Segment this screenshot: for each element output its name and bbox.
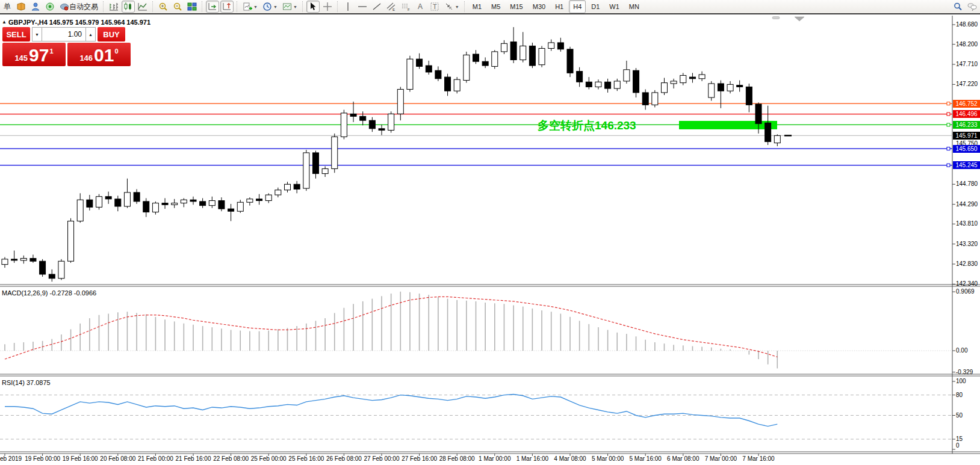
sell-price-button[interactable]: 145 97 1 xyxy=(2,43,66,66)
toolbar-separator xyxy=(103,1,104,12)
timeframe-w1[interactable]: W1 xyxy=(605,0,624,13)
time-label: 7 Mar 16:00 xyxy=(734,455,783,462)
new-order-label: 单 xyxy=(4,2,11,12)
bar-chart-icon[interactable] xyxy=(107,1,120,13)
chevron-down-icon: ▼ xyxy=(253,5,258,9)
chart-shift-icon[interactable] xyxy=(220,1,234,13)
trendline-icon[interactable] xyxy=(370,1,383,13)
crosshair-icon[interactable] xyxy=(321,1,334,13)
price-tick-label: 148.680 xyxy=(956,21,980,28)
arrows-button[interactable]: ▼ xyxy=(442,1,461,13)
templates-button[interactable]: ▼ xyxy=(281,1,299,13)
sell-button[interactable]: SELL xyxy=(2,27,30,42)
zoom-in-icon[interactable] xyxy=(157,1,170,13)
svg-text:T: T xyxy=(433,3,437,10)
price-line-badge: 146.752 xyxy=(953,100,980,108)
tile-windows-icon[interactable] xyxy=(185,1,199,13)
timeframe-h4[interactable]: H4 xyxy=(569,0,586,13)
price-tick-label: 142.830 xyxy=(956,260,980,267)
timeframe-m15[interactable]: M15 xyxy=(506,0,527,13)
chevron-down-icon: ▼ xyxy=(455,5,459,9)
rsi-scale-label: 100 xyxy=(956,378,980,384)
price-tick-label: 144.290 xyxy=(956,201,980,208)
text-icon[interactable]: A xyxy=(414,1,427,13)
volume-down-button[interactable]: ▼ xyxy=(32,27,42,42)
hline-handle[interactable] xyxy=(947,164,950,167)
svg-text:E: E xyxy=(392,8,395,11)
svg-text:F: F xyxy=(408,8,410,11)
search-icon[interactable] xyxy=(951,1,964,13)
panel-collapse-icon[interactable]: ▲ xyxy=(2,19,7,25)
chat-icon[interactable] xyxy=(966,1,979,13)
rsi-label: RSI(14) 37.0875 xyxy=(2,379,51,386)
toolbar-separator xyxy=(337,1,338,12)
price-tick-label: 144.780 xyxy=(956,180,980,187)
timeframe-m5[interactable]: M5 xyxy=(487,0,504,13)
toolbar-separator xyxy=(302,1,303,12)
autotrading-label: 自动交易 xyxy=(69,2,98,12)
volume-up-button[interactable]: ▲ xyxy=(85,27,96,42)
price-tick-label: 147.710 xyxy=(956,61,980,67)
equidistant-channel-icon[interactable]: E xyxy=(385,1,398,13)
toolbar-separator xyxy=(152,1,154,12)
candlestick-chart-icon[interactable] xyxy=(122,1,135,13)
buy-button[interactable]: BUY xyxy=(98,27,125,42)
price-line-badge: 145.650 xyxy=(953,145,980,153)
price-tick-label: 143.320 xyxy=(956,241,980,247)
sell-price-sup: 1 xyxy=(49,48,53,55)
chart-scrollbar-thumb[interactable] xyxy=(772,17,780,19)
hline-handle[interactable] xyxy=(947,112,950,115)
toolbar-separator xyxy=(464,1,465,12)
buy-price-small: 146 xyxy=(79,54,93,63)
chart-canvas[interactable] xyxy=(0,0,980,465)
text-label-icon[interactable]: T xyxy=(428,1,441,13)
rsi-scale-label: 0 xyxy=(956,442,980,449)
timeframe-mn[interactable]: MN xyxy=(625,0,644,13)
zoom-out-icon[interactable] xyxy=(171,1,184,13)
profile-icon[interactable] xyxy=(29,1,42,13)
chevron-down-icon: ▼ xyxy=(273,5,278,9)
history-book-icon[interactable] xyxy=(14,1,28,13)
rsi-scale-label: 50 xyxy=(956,412,980,419)
pivot-zone-rectangle[interactable] xyxy=(679,121,777,129)
periods-button[interactable]: ▼ xyxy=(261,1,279,13)
autotrading-button[interactable]: 自动交易 xyxy=(58,1,100,13)
macd-scale-label: 0.00 xyxy=(956,347,980,354)
pivot-annotation[interactable]: 多空转折点146.233 xyxy=(538,118,636,134)
timeframe-d1[interactable]: D1 xyxy=(587,0,604,13)
indicators-button[interactable]: ▼ xyxy=(241,1,259,13)
price-line-badge: 146.233 xyxy=(953,121,980,129)
price-line-badge: 146.496 xyxy=(953,110,980,118)
vertical-line-icon[interactable] xyxy=(341,1,355,13)
buy-price-sup: 0 xyxy=(114,48,118,55)
timeframe-m1[interactable]: M1 xyxy=(468,0,486,13)
hline-handle[interactable] xyxy=(947,147,950,150)
chart-title: GBPJPY-,H4 145.975 145.979 145.964 145.9… xyxy=(8,19,150,26)
line-chart-icon[interactable] xyxy=(136,1,149,13)
buy-price-big: 01 xyxy=(94,46,114,64)
cursor-icon[interactable] xyxy=(306,1,320,13)
chart-shift-marker[interactable] xyxy=(795,17,804,21)
volume-input[interactable]: 1.00 xyxy=(42,27,85,42)
main-toolbar: 单 自动交易 ▼ ▼ xyxy=(0,0,980,14)
one-click-trade-panel: SELL ▼ 1.00 ▲ BUY 145 97 1 146 01 0 xyxy=(2,27,132,66)
last-price-dash xyxy=(784,135,792,137)
rsi-scale-label: 15 xyxy=(956,436,980,442)
signal-icon[interactable] xyxy=(43,1,57,13)
svg-text:A: A xyxy=(418,2,423,11)
fibonacci-icon[interactable]: F xyxy=(399,1,412,13)
auto-scroll-icon[interactable] xyxy=(206,1,219,13)
rsi-scale-label: 80 xyxy=(956,392,980,398)
rsi-line xyxy=(5,394,777,426)
price-tick-label: 143.810 xyxy=(956,220,980,227)
hline-handle[interactable] xyxy=(947,102,950,105)
toolbar-separator xyxy=(202,1,203,12)
mt4-terminal: { "toolbar": { "order_fragment": "单", "a… xyxy=(0,0,980,465)
timeframe-m30[interactable]: M30 xyxy=(529,0,550,13)
buy-price-button[interactable]: 146 01 0 xyxy=(67,43,131,66)
timeframe-h1[interactable]: H1 xyxy=(551,0,568,13)
chevron-down-icon: ▼ xyxy=(293,5,297,9)
horizontal-line-icon[interactable] xyxy=(356,1,369,13)
hline-handle[interactable] xyxy=(947,123,950,126)
new-order-button[interactable]: 单 xyxy=(1,1,13,13)
